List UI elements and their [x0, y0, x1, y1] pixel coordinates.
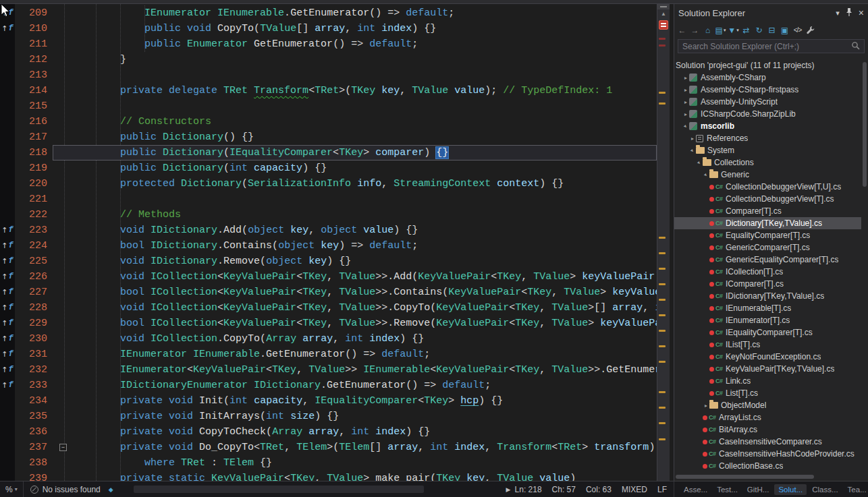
tool-window-tab[interactable]: Class...: [808, 484, 842, 495]
glyph-margin[interactable]: [0, 176, 15, 192]
line-number[interactable]: 233: [15, 378, 53, 393]
line-number[interactable]: 228: [15, 300, 53, 316]
tree-item-ilist-t-cs[interactable]: C#IList[T].cs: [674, 339, 861, 351]
panel-title-bar[interactable]: Solution Explorer ▾ ×: [674, 4, 868, 22]
filter-icon[interactable]: ▼▾: [728, 24, 739, 36]
fold-margin[interactable]: [53, 316, 72, 331]
code-line[interactable]: ↑f224 bool IDictionary.Contains(object k…: [0, 238, 657, 254]
line-number[interactable]: 236: [15, 424, 53, 440]
code-line[interactable]: ↑f225 void IDictionary.Remove(object key…: [0, 254, 657, 269]
switch-views-icon[interactable]: ▤▾: [715, 24, 726, 36]
code-line[interactable]: 222 // Methods: [0, 207, 657, 223]
fold-margin[interactable]: [53, 269, 72, 285]
code-line[interactable]: ↑f231 IEnumerator IEnumerable.GetEnumera…: [0, 347, 657, 362]
show-all-files-icon[interactable]: ▣: [779, 24, 790, 36]
line-number[interactable]: 214: [15, 83, 53, 98]
tree-item-icollection-t-cs[interactable]: C#ICollection[T].cs: [674, 266, 861, 278]
code-line[interactable]: ↑f223 void IDictionary.Add(object key, o…: [0, 223, 657, 238]
issues-status[interactable]: No issues found: [43, 485, 101, 494]
line-number[interactable]: 229: [15, 316, 53, 331]
line-number[interactable]: 223: [15, 223, 53, 238]
scroll-up-arrow-icon[interactable]: ▲: [657, 9, 670, 19]
tree-item-objectmodel[interactable]: ▸ObjectModel: [674, 399, 861, 411]
fold-margin[interactable]: [53, 285, 72, 300]
code-line[interactable]: 237− private void Do_CopyTo<TRet, TElem>…: [0, 440, 657, 455]
refresh-icon[interactable]: ↻: [753, 24, 765, 36]
code-line[interactable]: ↑f227 bool ICollection<KeyValuePair<TKey…: [0, 285, 657, 300]
fold-margin[interactable]: [53, 98, 72, 114]
fold-margin[interactable]: [53, 21, 72, 36]
tree-item-assembly-csharp-firstpass[interactable]: ▸Assembly-CSharp-firstpass: [674, 84, 861, 96]
glyph-margin[interactable]: [0, 67, 15, 83]
tool-window-tab[interactable]: Test...: [713, 484, 742, 495]
tree-item-iequalitycomparer-t-cs[interactable]: C#IEqualityComparer[T].cs: [674, 326, 861, 339]
glyph-margin[interactable]: [0, 36, 15, 52]
glyph-margin[interactable]: ↑f: [0, 378, 15, 393]
tool-window-tab[interactable]: Asse...: [680, 484, 711, 495]
editor-vertical-scrollbar[interactable]: ▲: [657, 4, 670, 481]
line-number[interactable]: 215: [15, 98, 53, 114]
collapsed-arrow-icon[interactable]: ▸: [682, 99, 689, 105]
tree-item-assembly-unityscript[interactable]: ▸Assembly-UnityScript: [674, 96, 861, 108]
glyph-margin[interactable]: ↑f: [0, 347, 15, 362]
se-hscroll-thumb[interactable]: [676, 475, 814, 479]
collapsed-arrow-icon[interactable]: ▸: [682, 75, 689, 81]
fold-margin[interactable]: [53, 129, 72, 145]
code-line[interactable]: 235 private void InitArrays(int size) {}: [0, 409, 657, 424]
fold-margin[interactable]: [53, 5, 72, 21]
line-number[interactable]: 224: [15, 238, 53, 254]
tree-item-link-cs[interactable]: C#Link.cs: [674, 375, 861, 387]
line-number[interactable]: 238: [15, 455, 53, 471]
se-vscroll-thumb[interactable]: [863, 62, 867, 187]
window-position-icon[interactable]: ▾: [836, 9, 840, 18]
tree-item-collections[interactable]: ▸Collections: [674, 156, 861, 169]
glyph-margin[interactable]: [0, 440, 15, 455]
glyph-margin[interactable]: ↑f: [0, 223, 15, 238]
fold-margin[interactable]: [53, 424, 72, 440]
home-icon[interactable]: ⌂: [702, 24, 713, 36]
tree-item-collectiondebuggerview-t-u-cs[interactable]: C#CollectionDebuggerView[T,U].cs: [674, 181, 861, 193]
fold-margin[interactable]: [53, 207, 72, 223]
glyph-margin[interactable]: ↑f: [0, 269, 15, 285]
tool-window-tab[interactable]: GitH...: [743, 484, 774, 495]
tree-item-caseinsensitivehashcodeprovider-cs[interactable]: C#CaseInsensitiveHashCodeProvider.cs: [674, 448, 861, 460]
tree-item-dictionary-tkey-tvalue-cs[interactable]: C#Dictionary[TKey,TValue].cs: [674, 217, 861, 229]
fold-margin[interactable]: [53, 254, 72, 269]
code-line[interactable]: ↑f228 void ICollection<KeyValuePair<TKey…: [0, 300, 657, 316]
line-number[interactable]: 235: [15, 409, 53, 424]
tree-item-solution-project-gui-11-of-11-projects[interactable]: Solution 'project-gui' (11 of 11 project…: [674, 59, 861, 71]
code-line[interactable]: 214 private delegate TRet Transform<TRet…: [0, 83, 657, 98]
line-number[interactable]: 220: [15, 176, 53, 192]
code-area[interactable]: ↑f209 IEnumerator IEnumerable.GetEnumera…: [0, 5, 657, 481]
glyph-margin[interactable]: ↑f: [0, 5, 15, 21]
code-line[interactable]: 220 protected Dictionary(SerializationIn…: [0, 176, 657, 192]
line-number[interactable]: 212: [15, 52, 53, 67]
tree-item-keynotfoundexception-cs[interactable]: C#KeyNotFoundException.cs: [674, 351, 861, 363]
forward-icon[interactable]: →: [689, 24, 701, 36]
code-line[interactable]: ↑f233 IDictionaryEnumerator IDictionary.…: [0, 378, 657, 393]
glyph-margin[interactable]: [0, 192, 15, 207]
fold-margin[interactable]: [53, 36, 72, 52]
tree-item-comparer-t-cs[interactable]: C#Comparer[T].cs: [674, 205, 861, 217]
pin-icon[interactable]: [846, 8, 852, 18]
health-details-icon[interactable]: ◆: [109, 486, 113, 493]
line-number[interactable]: 218: [15, 145, 53, 160]
glyph-margin[interactable]: [0, 160, 15, 176]
glyph-margin[interactable]: [0, 471, 15, 481]
fold-margin[interactable]: [53, 238, 72, 254]
tree-item-collectionbase-cs[interactable]: C#CollectionBase.cs: [674, 460, 861, 472]
fold-margin[interactable]: [53, 52, 72, 67]
collapsed-arrow-icon[interactable]: ▸: [682, 87, 689, 93]
code-line[interactable]: ↑f210 public void CopyTo(TValue[] array,…: [0, 21, 657, 36]
close-icon[interactable]: ×: [859, 7, 864, 18]
glyph-margin[interactable]: ↑f: [0, 331, 15, 347]
code-line[interactable]: 215: [0, 98, 657, 114]
properties-icon[interactable]: [805, 24, 816, 36]
glyph-margin[interactable]: [0, 455, 15, 471]
line-number[interactable]: 211: [15, 36, 53, 52]
fold-margin[interactable]: [53, 393, 72, 409]
fold-margin[interactable]: [53, 455, 72, 471]
tool-window-tab[interactable]: Tea...: [844, 484, 868, 495]
glyph-margin[interactable]: [0, 393, 15, 409]
search-icon[interactable]: [851, 41, 860, 52]
